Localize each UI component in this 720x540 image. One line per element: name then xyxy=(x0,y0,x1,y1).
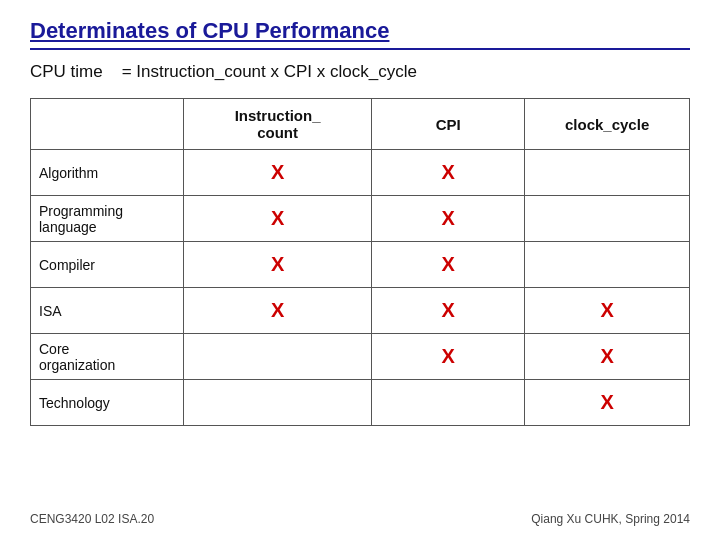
cell-core-ic xyxy=(183,334,371,380)
col-header-empty xyxy=(31,99,184,150)
cell-algorithm-cc xyxy=(525,150,690,196)
cell-compiler-ic: X xyxy=(183,242,371,288)
cell-compiler-cpi: X xyxy=(372,242,525,288)
subtitle: CPU time = Instruction_count x CPI x clo… xyxy=(30,62,690,82)
footer: CENG3420 L02 ISA.20 Qiang Xu CUHK, Sprin… xyxy=(30,512,690,526)
cell-prog-cc xyxy=(525,196,690,242)
footer-right: Qiang Xu CUHK, Spring 2014 xyxy=(531,512,690,526)
row-label-isa: ISA xyxy=(31,288,184,334)
cell-prog-cpi: X xyxy=(372,196,525,242)
table-row: Coreorganization X X xyxy=(31,334,690,380)
table-row: Algorithm X X xyxy=(31,150,690,196)
cell-prog-ic: X xyxy=(183,196,371,242)
row-label-compiler: Compiler xyxy=(31,242,184,288)
col-header-cpi: CPI xyxy=(372,99,525,150)
subtitle-prefix: CPU time xyxy=(30,62,103,81)
cell-compiler-cc xyxy=(525,242,690,288)
main-table-area: Instruction_count CPI clock_cycle Algori… xyxy=(30,98,690,502)
page-title: Determinates of CPU Performance xyxy=(30,18,690,50)
cell-isa-cc: X xyxy=(525,288,690,334)
table-row: Programminglanguage X X xyxy=(31,196,690,242)
col-header-clock-cycle: clock_cycle xyxy=(525,99,690,150)
table-row: ISA X X X xyxy=(31,288,690,334)
row-label-algorithm: Algorithm xyxy=(31,150,184,196)
row-label-technology: Technology xyxy=(31,380,184,426)
cell-tech-cc: X xyxy=(525,380,690,426)
cell-tech-cpi xyxy=(372,380,525,426)
cell-isa-ic: X xyxy=(183,288,371,334)
table-row: Compiler X X xyxy=(31,242,690,288)
cell-tech-ic xyxy=(183,380,371,426)
cell-algorithm-cpi: X xyxy=(372,150,525,196)
subtitle-equation: = Instruction_count x CPI x clock_cycle xyxy=(122,62,417,81)
performance-table: Instruction_count CPI clock_cycle Algori… xyxy=(30,98,690,426)
cell-core-cc: X xyxy=(525,334,690,380)
footer-left: CENG3420 L02 ISA.20 xyxy=(30,512,154,526)
table-row: Technology X xyxy=(31,380,690,426)
cell-isa-cpi: X xyxy=(372,288,525,334)
page: Determinates of CPU Performance CPU time… xyxy=(0,0,720,540)
cell-algorithm-ic: X xyxy=(183,150,371,196)
cell-core-cpi: X xyxy=(372,334,525,380)
col-header-instruction-count: Instruction_count xyxy=(183,99,371,150)
row-label-programming: Programminglanguage xyxy=(31,196,184,242)
row-label-core: Coreorganization xyxy=(31,334,184,380)
